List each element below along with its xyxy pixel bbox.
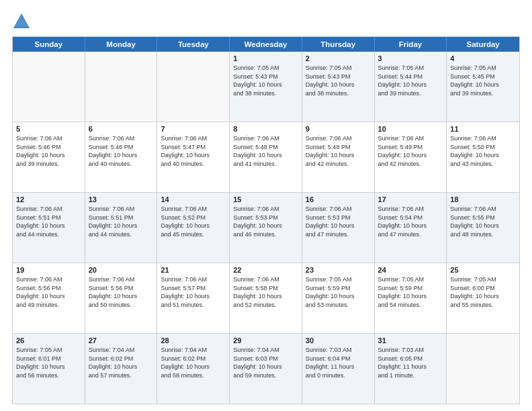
cell-info: Sunrise: 7:05 AM Sunset: 5:59 PM Dayligh… bbox=[306, 275, 371, 309]
day-number: 2 bbox=[306, 54, 371, 62]
calendar-cell-1-0: 5Sunrise: 7:06 AM Sunset: 5:46 PM Daylig… bbox=[13, 122, 85, 192]
calendar-cell-3-6: 25Sunrise: 7:05 AM Sunset: 6:00 PM Dayli… bbox=[447, 263, 519, 333]
cell-info: Sunrise: 7:06 AM Sunset: 5:52 PM Dayligh… bbox=[161, 205, 226, 238]
svg-marker-1 bbox=[15, 16, 28, 27]
calendar-cell-1-1: 6Sunrise: 7:06 AM Sunset: 5:46 PM Daylig… bbox=[85, 122, 158, 192]
calendar-cell-2-2: 14Sunrise: 7:06 AM Sunset: 5:52 PM Dayli… bbox=[157, 193, 230, 263]
cell-info: Sunrise: 7:06 AM Sunset: 5:46 PM Dayligh… bbox=[16, 134, 81, 168]
calendar-cell-2-5: 17Sunrise: 7:06 AM Sunset: 5:54 PM Dayli… bbox=[375, 193, 447, 263]
day-number: 27 bbox=[89, 336, 154, 345]
calendar-cell-1-2: 7Sunrise: 7:06 AM Sunset: 5:47 PM Daylig… bbox=[157, 122, 230, 192]
cell-info: Sunrise: 7:05 AM Sunset: 5:43 PM Dayligh… bbox=[233, 64, 298, 97]
page: SundayMondayTuesdayWednesdayThursdayFrid… bbox=[0, 0, 532, 411]
cell-info: Sunrise: 7:05 AM Sunset: 6:01 PM Dayligh… bbox=[16, 346, 81, 379]
cell-info: Sunrise: 7:06 AM Sunset: 5:51 PM Dayligh… bbox=[16, 205, 81, 238]
calendar-cell-0-0 bbox=[13, 52, 85, 122]
day-number: 5 bbox=[16, 125, 81, 133]
day-number: 25 bbox=[450, 266, 516, 274]
calendar-cell-0-1 bbox=[85, 52, 158, 122]
day-number: 29 bbox=[233, 336, 298, 345]
cell-info: Sunrise: 7:06 AM Sunset: 5:53 PM Dayligh… bbox=[306, 205, 371, 238]
day-number: 17 bbox=[378, 195, 443, 203]
calendar-row-2: 12Sunrise: 7:06 AM Sunset: 5:51 PM Dayli… bbox=[13, 193, 519, 263]
calendar-row-3: 19Sunrise: 7:06 AM Sunset: 5:56 PM Dayli… bbox=[13, 263, 519, 334]
calendar-cell-0-2 bbox=[157, 52, 230, 122]
header-day-thursday: Thursday bbox=[302, 37, 375, 52]
cell-info: Sunrise: 7:03 AM Sunset: 6:05 PM Dayligh… bbox=[378, 346, 443, 379]
cell-info: Sunrise: 7:05 AM Sunset: 5:44 PM Dayligh… bbox=[378, 64, 443, 97]
logo-icon bbox=[12, 12, 31, 31]
cell-info: Sunrise: 7:06 AM Sunset: 5:51 PM Dayligh… bbox=[89, 205, 154, 238]
calendar-cell-2-0: 12Sunrise: 7:06 AM Sunset: 5:51 PM Dayli… bbox=[13, 193, 85, 263]
calendar-cell-3-0: 19Sunrise: 7:06 AM Sunset: 5:56 PM Dayli… bbox=[13, 263, 85, 333]
day-number: 13 bbox=[89, 195, 154, 203]
day-number: 16 bbox=[306, 195, 371, 203]
cell-info: Sunrise: 7:04 AM Sunset: 6:02 PM Dayligh… bbox=[161, 346, 226, 379]
calendar-row-4: 26Sunrise: 7:05 AM Sunset: 6:01 PM Dayli… bbox=[13, 334, 519, 404]
calendar-cell-0-5: 3Sunrise: 7:05 AM Sunset: 5:44 PM Daylig… bbox=[375, 52, 447, 122]
cell-info: Sunrise: 7:06 AM Sunset: 5:58 PM Dayligh… bbox=[233, 275, 298, 309]
day-number: 12 bbox=[16, 195, 81, 203]
header-day-wednesday: Wednesday bbox=[230, 37, 302, 52]
day-number: 6 bbox=[89, 125, 154, 133]
calendar-cell-2-3: 15Sunrise: 7:06 AM Sunset: 5:53 PM Dayli… bbox=[230, 193, 302, 263]
calendar-cell-0-3: 1Sunrise: 7:05 AM Sunset: 5:43 PM Daylig… bbox=[230, 52, 302, 122]
cell-info: Sunrise: 7:06 AM Sunset: 5:47 PM Dayligh… bbox=[161, 134, 226, 168]
day-number: 7 bbox=[161, 125, 226, 133]
calendar-row-1: 5Sunrise: 7:06 AM Sunset: 5:46 PM Daylig… bbox=[13, 122, 519, 193]
calendar-header: SundayMondayTuesdayWednesdayThursdayFrid… bbox=[13, 37, 519, 52]
day-number: 18 bbox=[450, 195, 516, 203]
cell-info: Sunrise: 7:06 AM Sunset: 5:55 PM Dayligh… bbox=[450, 205, 516, 238]
logo bbox=[12, 12, 34, 31]
day-number: 8 bbox=[233, 125, 298, 133]
day-number: 15 bbox=[233, 195, 298, 203]
calendar-cell-3-1: 20Sunrise: 7:06 AM Sunset: 5:56 PM Dayli… bbox=[85, 263, 158, 333]
calendar-cell-0-4: 2Sunrise: 7:05 AM Sunset: 5:43 PM Daylig… bbox=[302, 52, 375, 122]
day-number: 19 bbox=[16, 266, 81, 274]
day-number: 10 bbox=[378, 125, 443, 133]
calendar-cell-3-4: 23Sunrise: 7:05 AM Sunset: 5:59 PM Dayli… bbox=[302, 263, 375, 333]
calendar-cell-1-3: 8Sunrise: 7:06 AM Sunset: 5:48 PM Daylig… bbox=[230, 122, 302, 192]
cell-info: Sunrise: 7:06 AM Sunset: 5:46 PM Dayligh… bbox=[89, 134, 154, 168]
day-number: 9 bbox=[306, 125, 371, 133]
cell-info: Sunrise: 7:06 AM Sunset: 5:49 PM Dayligh… bbox=[378, 134, 443, 168]
calendar-cell-3-2: 21Sunrise: 7:06 AM Sunset: 5:57 PM Dayli… bbox=[157, 263, 230, 333]
cell-info: Sunrise: 7:06 AM Sunset: 5:50 PM Dayligh… bbox=[450, 134, 516, 168]
cell-info: Sunrise: 7:05 AM Sunset: 5:59 PM Dayligh… bbox=[378, 275, 443, 309]
cell-info: Sunrise: 7:03 AM Sunset: 6:04 PM Dayligh… bbox=[306, 346, 371, 379]
header-day-sunday: Sunday bbox=[13, 37, 85, 52]
calendar-cell-3-5: 24Sunrise: 7:05 AM Sunset: 5:59 PM Dayli… bbox=[375, 263, 447, 333]
cell-info: Sunrise: 7:06 AM Sunset: 5:53 PM Dayligh… bbox=[233, 205, 298, 238]
calendar: SundayMondayTuesdayWednesdayThursdayFrid… bbox=[12, 36, 520, 404]
calendar-cell-2-4: 16Sunrise: 7:06 AM Sunset: 5:53 PM Dayli… bbox=[302, 193, 375, 263]
cell-info: Sunrise: 7:06 AM Sunset: 5:54 PM Dayligh… bbox=[378, 205, 443, 238]
calendar-cell-1-5: 10Sunrise: 7:06 AM Sunset: 5:49 PM Dayli… bbox=[375, 122, 447, 192]
calendar-cell-4-6 bbox=[447, 334, 519, 404]
day-number: 20 bbox=[89, 266, 154, 274]
day-number: 24 bbox=[378, 266, 443, 274]
cell-info: Sunrise: 7:05 AM Sunset: 6:00 PM Dayligh… bbox=[450, 275, 516, 309]
day-number: 23 bbox=[306, 266, 371, 274]
calendar-cell-0-6: 4Sunrise: 7:05 AM Sunset: 5:45 PM Daylig… bbox=[447, 52, 519, 122]
calendar-cell-4-1: 27Sunrise: 7:04 AM Sunset: 6:02 PM Dayli… bbox=[85, 334, 158, 404]
day-number: 3 bbox=[378, 54, 443, 62]
cell-info: Sunrise: 7:06 AM Sunset: 5:48 PM Dayligh… bbox=[233, 134, 298, 168]
day-number: 28 bbox=[161, 336, 226, 345]
calendar-cell-4-2: 28Sunrise: 7:04 AM Sunset: 6:02 PM Dayli… bbox=[157, 334, 230, 404]
header-day-monday: Monday bbox=[85, 37, 158, 52]
calendar-cell-1-6: 11Sunrise: 7:06 AM Sunset: 5:50 PM Dayli… bbox=[447, 122, 519, 192]
calendar-cell-2-6: 18Sunrise: 7:06 AM Sunset: 5:55 PM Dayli… bbox=[447, 193, 519, 263]
day-number: 11 bbox=[450, 125, 516, 133]
cell-info: Sunrise: 7:04 AM Sunset: 6:02 PM Dayligh… bbox=[89, 346, 154, 379]
calendar-cell-4-0: 26Sunrise: 7:05 AM Sunset: 6:01 PM Dayli… bbox=[13, 334, 85, 404]
calendar-row-0: 1Sunrise: 7:05 AM Sunset: 5:43 PM Daylig… bbox=[13, 52, 519, 122]
cell-info: Sunrise: 7:06 AM Sunset: 5:56 PM Dayligh… bbox=[16, 275, 81, 309]
calendar-cell-1-4: 9Sunrise: 7:06 AM Sunset: 5:48 PM Daylig… bbox=[302, 122, 375, 192]
day-number: 26 bbox=[16, 336, 81, 345]
cell-info: Sunrise: 7:06 AM Sunset: 5:56 PM Dayligh… bbox=[89, 275, 154, 309]
day-number: 22 bbox=[233, 266, 298, 274]
calendar-cell-2-1: 13Sunrise: 7:06 AM Sunset: 5:51 PM Dayli… bbox=[85, 193, 158, 263]
cell-info: Sunrise: 7:04 AM Sunset: 6:03 PM Dayligh… bbox=[233, 346, 298, 379]
cell-info: Sunrise: 7:05 AM Sunset: 5:45 PM Dayligh… bbox=[450, 64, 516, 97]
header-day-tuesday: Tuesday bbox=[157, 37, 230, 52]
